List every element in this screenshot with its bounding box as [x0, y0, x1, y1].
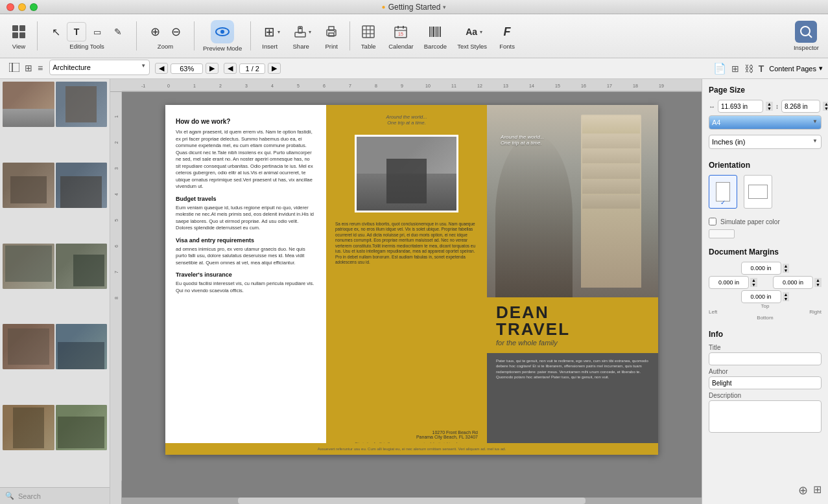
description-field-textarea[interactable]	[709, 400, 822, 433]
zoom-input[interactable]: 63%	[171, 63, 203, 74]
middle-top-text1: Around the world...	[386, 114, 427, 120]
top-margin-down[interactable]: ▼	[783, 268, 790, 273]
tagline-line2: One trip at a time.	[501, 140, 544, 146]
pen-tool-button[interactable]: ✎	[108, 22, 128, 41]
sidebar-thumb-8[interactable]	[56, 324, 108, 369]
toolbar-group-textstyles: Aa ▾ Text Styles	[453, 19, 491, 52]
close-button[interactable]	[6, 3, 14, 11]
architecture-dropdown[interactable]: Architecture	[49, 60, 150, 78]
horizontal-ruler: -101 234 567 8910 111213 141516 171819	[110, 79, 702, 92]
toolbar-group-zoom: ⊕ ⊖ Zoom	[141, 19, 189, 52]
sidebar-thumb-6[interactable]	[56, 244, 108, 289]
table-button[interactable]	[359, 22, 378, 41]
svg-text:17: 17	[607, 84, 612, 88]
minimize-button[interactable]	[18, 3, 26, 11]
right-margin-input[interactable]	[773, 276, 813, 289]
unit-select[interactable]: Inches (in)	[709, 135, 822, 149]
svg-text:7: 7	[349, 84, 351, 88]
sidebar-toggle-icon[interactable]	[8, 62, 21, 75]
shape-tool-button[interactable]: ▭	[88, 22, 107, 41]
pointer-tool-button[interactable]: ↖	[46, 22, 65, 41]
zoom-decrease-button[interactable]: ◀	[155, 63, 168, 74]
height-up-button[interactable]: ▲	[823, 102, 828, 106]
maximize-button[interactable]	[30, 3, 38, 11]
zoom-out-button[interactable]: ⊖	[166, 22, 185, 41]
paper-size-select[interactable]: A4	[709, 115, 822, 130]
zoom-in-button[interactable]: ⊕	[145, 22, 165, 41]
author-field-input[interactable]	[709, 376, 822, 389]
sidebar-thumb-2[interactable]	[56, 82, 108, 127]
portrait-option[interactable]: ✓	[709, 175, 737, 209]
right-margin-up[interactable]: ▲	[814, 278, 822, 282]
page-number-input[interactable]	[239, 63, 265, 74]
text-styles-button[interactable]: Aa	[462, 22, 481, 41]
bottom-margin-down[interactable]: ▼	[783, 297, 790, 301]
top-margin-input[interactable]	[741, 262, 781, 275]
view-button[interactable]	[9, 22, 29, 41]
title-field-input[interactable]	[709, 352, 822, 365]
sidebar-thumb-10[interactable]	[56, 405, 108, 450]
author-field-label: Author	[709, 368, 822, 375]
canvas-scrollbar-h[interactable]	[122, 498, 702, 504]
brochure-para-4: Eu quodsi facilisi interesset vis, cu nu…	[176, 281, 316, 294]
paper-color-swatch[interactable]	[709, 229, 735, 238]
prev-page-button[interactable]: ◀	[224, 63, 237, 74]
svg-rect-3	[19, 32, 25, 38]
brochure-heading-2: Budget travels	[176, 196, 316, 202]
content-pages-button[interactable]: Content Pages ▾	[769, 64, 823, 73]
left-margin-input[interactable]	[709, 276, 749, 289]
svg-text:6: 6	[323, 84, 325, 88]
architecture-select[interactable]: Architecture	[49, 60, 150, 75]
unit-dropdown-wrap[interactable]: Inches (in)	[709, 135, 822, 152]
left-margin-up[interactable]: ▲	[750, 278, 757, 282]
thumbnail-view-icon[interactable]: ⊞	[23, 62, 34, 75]
sidebar-thumb-9[interactable]	[3, 405, 54, 450]
grid-view-icon[interactable]: ≡	[36, 62, 44, 75]
share-button[interactable]	[290, 22, 310, 41]
top-margin-up[interactable]: ▲	[783, 264, 790, 268]
page-width-input[interactable]	[718, 100, 763, 113]
bottom-margin-up[interactable]: ▲	[783, 292, 790, 297]
barcode-label: Barcode	[424, 43, 447, 50]
preview-mode-button[interactable]	[211, 20, 234, 43]
simulate-checkbox[interactable]	[709, 218, 716, 225]
right-margin-down[interactable]: ▼	[814, 282, 822, 287]
zoom-increase-button[interactable]: ▶	[206, 63, 219, 74]
fonts-button[interactable]: F	[497, 22, 517, 41]
landscape-option[interactable]	[744, 175, 772, 209]
search-icon: 🔍	[5, 492, 14, 500]
paper-size-dropdown-wrap[interactable]: A4	[709, 115, 822, 132]
width-icon: ↔	[709, 103, 715, 110]
bottom-margin-input[interactable]	[741, 290, 781, 303]
sidebar-thumb-7[interactable]	[3, 324, 54, 369]
sidebar-thumb-5[interactable]	[3, 244, 54, 289]
svg-text:2: 2	[114, 141, 119, 144]
height-spinner: ▲ ▼	[823, 102, 828, 111]
brochure-para-3: ad omnes inimicus pro, ex vero utamur gr…	[176, 246, 316, 267]
sidebar-thumb-1[interactable]	[3, 82, 54, 127]
sidebar-search[interactable]: 🔍 Search	[0, 487, 110, 504]
height-down-button[interactable]: ▼	[823, 106, 828, 111]
grid-dots-icon[interactable]: ⊞	[813, 483, 822, 498]
svg-text:2: 2	[219, 84, 222, 88]
width-down-button[interactable]: ▼	[766, 106, 773, 111]
print-button[interactable]	[322, 22, 341, 41]
plus-circle-icon[interactable]: ⊕	[798, 483, 808, 498]
next-page-button[interactable]: ▶	[268, 63, 281, 74]
document-page: How do we work? Vix et agam praesent, id…	[165, 105, 658, 455]
text-tool-button[interactable]: T	[67, 22, 86, 41]
inspector-button[interactable]	[795, 21, 817, 43]
svg-text:19: 19	[659, 84, 664, 88]
width-up-button[interactable]: ▲	[766, 102, 773, 106]
sidebar-thumb-3[interactable]	[3, 163, 54, 208]
svg-point-5	[220, 30, 224, 34]
bottom-margin-spinner: ▲ ▼	[783, 292, 790, 301]
page-height-input[interactable]	[781, 100, 820, 113]
calendar-button[interactable]: 15	[391, 22, 410, 41]
insert-button[interactable]: ⊞	[259, 22, 279, 41]
barcode-button[interactable]	[425, 22, 445, 41]
sidebar-thumb-4[interactable]	[56, 163, 108, 208]
left-margin-down[interactable]: ▼	[750, 282, 757, 287]
right-margin-spinner: ▲ ▼	[814, 278, 822, 287]
editing-tools-label: Editing Tools	[69, 43, 104, 50]
